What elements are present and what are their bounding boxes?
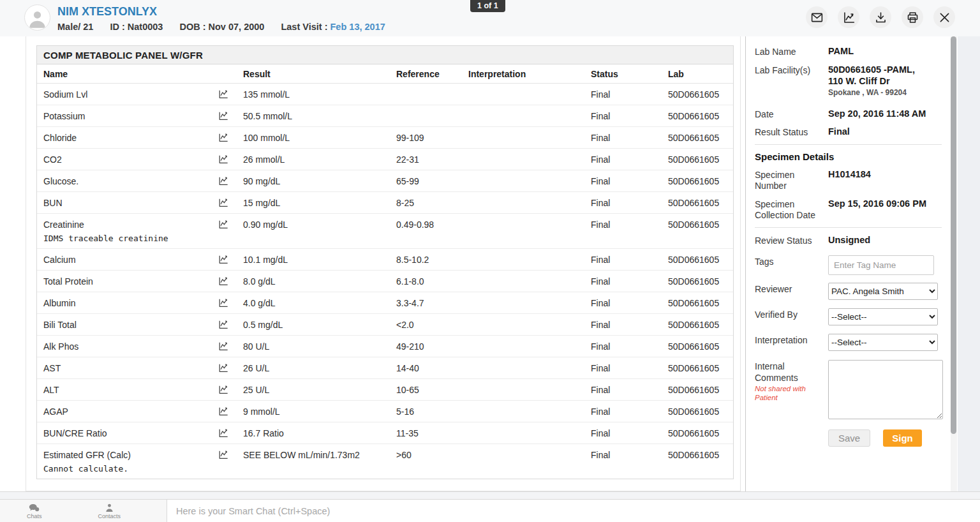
- result-status-row: Result Status Final: [755, 126, 951, 138]
- lab-id: 50D0661605: [668, 198, 733, 208]
- patient-last-visit: Last Visit : Feb 13, 2017: [281, 22, 385, 32]
- reviewer-select[interactable]: PAC. Angela Smith: [828, 283, 938, 300]
- trend-chart-icon[interactable]: [218, 111, 243, 121]
- specimen-collection-value: Sep 15, 2016 09:06 PM: [828, 198, 926, 221]
- chat-bubble-icon: [29, 503, 40, 512]
- close-icon[interactable]: [933, 6, 955, 28]
- trend-chart-icon[interactable]: [218, 341, 243, 352]
- lab-facility-row: Lab Facility(s) 50D0661605 -PAML, 110 W.…: [755, 64, 951, 98]
- specimen-collection-row: Specimen Collection Date Sep 15, 2016 09…: [755, 198, 951, 221]
- status-value: Final: [591, 320, 668, 330]
- status-value: Final: [591, 154, 668, 165]
- trend-chart-icon[interactable]: [218, 154, 243, 165]
- trend-chart-icon[interactable]: [218, 298, 243, 308]
- lab-id: 50D0661605: [668, 450, 733, 460]
- trend-chart-icon[interactable]: [218, 276, 243, 287]
- internal-comments-label: Internal Comments Not shared with Patien…: [755, 360, 828, 419]
- table-header-row: Name Result Reference Interpretation Sta…: [37, 64, 733, 84]
- chats-label: Chats: [27, 513, 42, 519]
- result-value: 26 U/L: [243, 363, 396, 373]
- smart-chat-input[interactable]: [167, 500, 741, 522]
- lab-id: 50D0661605: [668, 406, 733, 417]
- result-value: 8.0 g/dL: [243, 276, 396, 287]
- lab-facility-label: Lab Facility(s): [755, 64, 828, 98]
- result-name: AGAP: [43, 406, 218, 417]
- trend-chart-icon[interactable]: [218, 255, 243, 265]
- reference-range: 65-99: [396, 176, 468, 186]
- result-value: 10.1 mg/dL: [243, 255, 396, 265]
- trend-chart-icon[interactable]: [218, 406, 243, 417]
- table-row: AGAP 9 mmol/L 5-16 Final 50D0661605: [37, 401, 733, 422]
- trend-chart-icon[interactable]: [838, 6, 859, 28]
- lab-id: 50D0661605: [668, 298, 733, 308]
- result-value: 0.5 mg/dL: [243, 320, 396, 330]
- download-icon[interactable]: [870, 6, 891, 28]
- result-status-label: Result Status: [755, 126, 828, 138]
- table-row: Glucose. 90 mg/dL 65-99 Final 50D0661605: [37, 170, 733, 192]
- lab-id: 50D0661605: [668, 255, 733, 265]
- last-visit-link[interactable]: Feb 13, 2017: [330, 22, 385, 32]
- table-row: Albumin 4.0 g/dL 3.3-4.7 Final 50D066160…: [37, 292, 733, 314]
- mail-icon[interactable]: [806, 6, 828, 28]
- sidebar-actions: Save Sign: [828, 429, 951, 447]
- lab-name-row: Lab Name PAML: [755, 45, 951, 58]
- table-row: Potassium 50.5 mmol/L Final 50D0661605: [37, 105, 733, 127]
- lab-id: 50D0661605: [668, 176, 733, 186]
- reference-range: 99-109: [396, 133, 468, 143]
- lab-results-body: Sodium Lvl 135 mmol/L Final 50D0661605 P…: [37, 84, 733, 479]
- lab-id: 50D0661605: [668, 320, 733, 330]
- col-status: Status: [591, 69, 668, 79]
- date-value: Sep 20, 2016 11:48 AM: [828, 108, 926, 121]
- trend-chart-icon[interactable]: [218, 133, 243, 143]
- table-row: Estimated GFR (Calc) SEE BELOW mL/min/1.…: [37, 444, 733, 479]
- page-gutter: [958, 36, 980, 503]
- trend-chart-icon[interactable]: [218, 176, 243, 186]
- tags-input[interactable]: [828, 255, 934, 275]
- lab-id: 50D0661605: [668, 220, 733, 230]
- result-value: 80 U/L: [243, 341, 396, 352]
- reference-range: 5-16: [396, 406, 468, 417]
- lab-result-panel: COMP METABOLIC PANEL W/GFR Name Result R…: [26, 36, 741, 491]
- trend-chart-icon[interactable]: [218, 89, 243, 100]
- patient-gender-age: Male/ 21: [57, 22, 93, 32]
- trend-chart-icon[interactable]: [218, 220, 243, 230]
- reference-range: 8.5-10.2: [396, 255, 468, 265]
- trend-chart-icon[interactable]: [218, 363, 243, 373]
- contacts-button[interactable]: Contacts: [98, 503, 121, 519]
- table-row: BUN 15 mg/dL 8-25 Final 50D0661605: [37, 192, 733, 214]
- reference-range: 22-31: [396, 154, 468, 165]
- divider: [755, 144, 942, 145]
- bottom-divider-strip: [0, 491, 980, 499]
- status-value: Final: [591, 133, 668, 143]
- trend-chart-icon[interactable]: [218, 450, 243, 460]
- table-row: CO2 26 mmol/L 22-31 Final 50D0661605: [37, 149, 733, 170]
- result-name: Alk Phos: [43, 341, 218, 352]
- specimen-number-value: H1014184: [828, 168, 871, 192]
- patient-name[interactable]: NIM XTESTONLYX: [57, 5, 157, 19]
- internal-comments-textarea[interactable]: [828, 360, 943, 419]
- verified-by-select[interactable]: --Select--: [828, 308, 938, 325]
- person-silhouette-icon: [25, 5, 50, 30]
- trend-chart-icon[interactable]: [218, 320, 243, 330]
- trend-chart-icon[interactable]: [218, 428, 243, 438]
- col-name: Name: [43, 69, 243, 79]
- result-name: Chloride: [43, 133, 218, 143]
- print-icon[interactable]: [902, 6, 923, 28]
- sign-button[interactable]: Sign: [883, 429, 922, 447]
- trend-chart-icon[interactable]: [218, 198, 243, 208]
- interpretation-select[interactable]: --Select--: [828, 334, 938, 351]
- lab-id: 50D0661605: [668, 428, 733, 438]
- vertical-scrollbar[interactable]: [951, 36, 957, 491]
- review-status-value: Unsigned: [828, 234, 870, 247]
- chats-button[interactable]: Chats: [27, 503, 42, 519]
- result-name: ALT: [43, 385, 218, 395]
- not-shared-note: Not shared with Patient: [755, 385, 828, 403]
- result-name: Estimated GFR (Calc): [43, 450, 218, 460]
- save-button[interactable]: Save: [828, 429, 870, 447]
- result-name: Total Protein: [43, 276, 218, 287]
- specimen-number-label: Specimen Number: [755, 168, 828, 192]
- verified-by-label: Verified By: [755, 308, 828, 325]
- lab-name-value: PAML: [828, 45, 854, 58]
- trend-chart-icon[interactable]: [218, 385, 243, 395]
- scrollbar-thumb[interactable]: [951, 36, 956, 434]
